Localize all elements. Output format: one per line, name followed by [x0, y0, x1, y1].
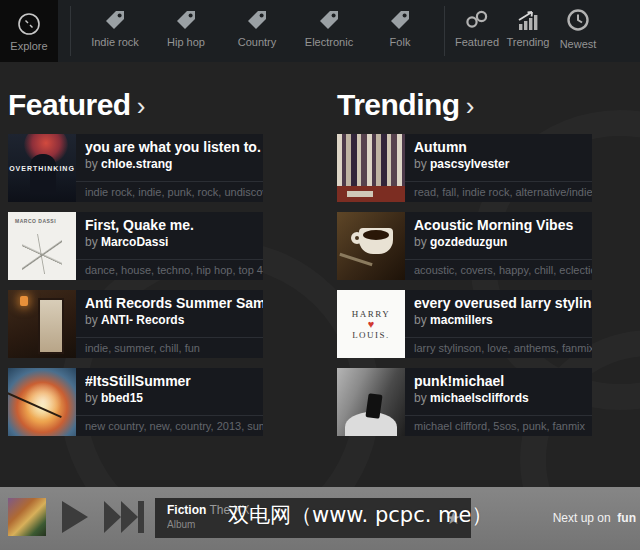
trending-list: Autumn by pascsylvester read, fall, indi… — [337, 134, 592, 446]
playlist-author: by michaelscliffords — [414, 391, 592, 405]
top-navigation-bar: Explore Indie rock Hip hop Country Elect… — [0, 0, 640, 62]
playlist-cover — [8, 368, 76, 436]
playlist-author: by ANTI- Records — [85, 313, 263, 327]
playlist-item-acoustic-morning-vibes[interactable]: Acoustic Morning Vibes by gozdeduzgun ac… — [337, 212, 592, 280]
topbar-separator — [70, 6, 71, 56]
playlist-title: Autumn — [414, 139, 592, 155]
playlist-author: by gozdeduzgun — [414, 235, 592, 249]
genre-electronic[interactable]: Electronic — [294, 8, 364, 48]
genre-country[interactable]: Country — [222, 8, 292, 48]
explore-button[interactable]: Explore — [0, 0, 58, 62]
playlist-cover — [337, 368, 405, 436]
tag-icon — [245, 8, 269, 32]
playlist-cover: OVERTHINKING — [8, 134, 76, 202]
playlist-tags: new country, new, country, 2013, summer — [76, 415, 263, 436]
clock-icon — [565, 8, 591, 34]
playlist-title: Anti Records Summer Sampler — [85, 295, 263, 311]
playlist-title: you are what you listen to. — [85, 139, 263, 155]
next-up-label: Next up on fun — [553, 511, 636, 525]
playlist-cover — [337, 212, 405, 280]
playlist-item-anti-records-summer-sampler[interactable]: Anti Records Summer Sampler by ANTI- Rec… — [8, 290, 263, 358]
playlist-item-first-quake-me[interactable]: MARCO DASSI First, Quake me. by MarcoDas… — [8, 212, 263, 280]
playlist-item-itsstillsummer[interactable]: #ItsStillSummer by bbed15 new country, n… — [8, 368, 263, 436]
chevron-right-icon: › — [466, 91, 474, 121]
player-bar: Fiction The XX Album ★ Next up on fun — [0, 487, 640, 550]
play-button[interactable] — [62, 501, 88, 533]
skip-next-button[interactable] — [104, 501, 146, 537]
playlist-item-punk-michael[interactable]: punk!michael by michaelscliffords michae… — [337, 368, 592, 436]
playlist-title: every overused larry stylinson — [414, 295, 592, 311]
playlist-tags: indie rock, indie, punk, rock, undiscove… — [76, 181, 263, 202]
tag-icon — [388, 8, 412, 32]
playlist-title: Acoustic Morning Vibes — [414, 217, 592, 233]
playlist-tags: dance, house, techno, hip hop, top 40 — [76, 259, 263, 280]
tag-icon — [103, 8, 127, 32]
infinity-icon — [464, 8, 490, 32]
playlist-cover: MARCO DASSI — [8, 212, 76, 280]
playlist-tags: read, fall, indie rock, alternative/indi… — [405, 181, 592, 202]
track-title-artist: Fiction The XX — [167, 503, 461, 517]
genre-folk[interactable]: Folk — [365, 8, 435, 48]
playlist-title: punk!michael — [414, 373, 592, 389]
playlist-author: by chloe.strang — [85, 157, 263, 171]
heart-icon: ♥ — [368, 320, 375, 329]
explore-label: Explore — [10, 40, 47, 52]
playlist-tags: indie, summer, chill, fun — [76, 337, 263, 358]
playlist-title: First, Quake me. — [85, 217, 263, 233]
playlist-item-every-overused-larry-stylinson[interactable]: HARRY ♥ LOUIS. every overused larry styl… — [337, 290, 592, 358]
tag-icon — [317, 8, 341, 32]
now-playing-track[interactable]: Fiction The XX Album ★ — [155, 498, 471, 538]
playlist-author: by MarcoDassi — [85, 235, 263, 249]
trending-chart-icon — [515, 8, 541, 32]
playlist-cover: HARRY ♥ LOUIS. — [337, 290, 405, 358]
trending-section-heading[interactable]: Trending› — [337, 88, 474, 122]
playlist-item-autumn[interactable]: Autumn by pascsylvester read, fall, indi… — [337, 134, 592, 202]
genre-hip-hop[interactable]: Hip hop — [151, 8, 221, 48]
playlist-title: #ItsStillSummer — [85, 373, 263, 389]
playlist-author: by pascsylvester — [414, 157, 592, 171]
playlist-tags: michael clifford, 5sos, punk, fanmix — [405, 415, 592, 436]
playlist-cover — [337, 134, 405, 202]
view-newest-button[interactable]: Newest — [543, 8, 613, 50]
playlist-item-you-are-what-you-listen-to[interactable]: OVERTHINKING you are what you listen to.… — [8, 134, 263, 202]
playlist-tags: larry stylinson, love, anthems, fanmix — [405, 337, 592, 358]
now-playing-thumbnail[interactable] — [8, 498, 46, 536]
featured-section-heading[interactable]: Featured› — [8, 88, 145, 122]
tag-icon — [174, 8, 198, 32]
genre-indie-rock[interactable]: Indie rock — [80, 8, 150, 48]
compass-icon — [16, 11, 42, 37]
featured-list: OVERTHINKING you are what you listen to.… — [8, 134, 263, 446]
playlist-author: by bbed15 — [85, 391, 263, 405]
track-album: Album — [167, 519, 461, 530]
playlist-tags: acoustic, covers, happy, chill, eclectic — [405, 259, 592, 280]
favorite-star-icon[interactable]: ★ — [446, 508, 461, 529]
playlist-cover — [8, 290, 76, 358]
playlist-author: by macmillers — [414, 313, 592, 327]
chevron-right-icon: › — [137, 91, 145, 121]
